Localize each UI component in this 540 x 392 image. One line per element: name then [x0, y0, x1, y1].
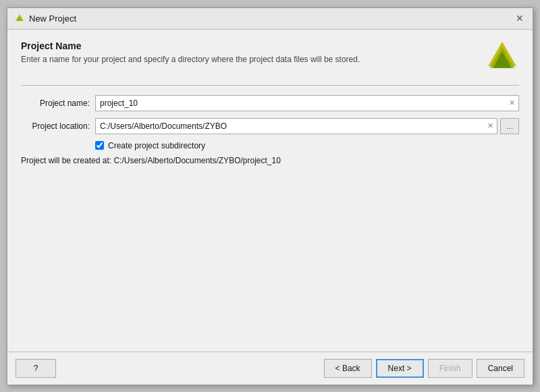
- footer-right: < Back Next > Finish Cancel: [324, 359, 524, 378]
- project-location-clear-button[interactable]: ✕: [483, 119, 497, 133]
- help-button[interactable]: ?: [16, 359, 56, 378]
- project-name-input-wrapper: ✕: [95, 95, 519, 111]
- project-location-input-wrapper: ✕: [95, 118, 497, 134]
- browse-button[interactable]: …: [500, 118, 519, 134]
- project-path-row: Project will be created at: C:/Users/Alb…: [21, 156, 519, 165]
- header-section: Project Name Enter a name for your proje…: [21, 40, 519, 74]
- project-location-label: Project location:: [21, 121, 95, 131]
- header-text: Project Name Enter a name for your proje…: [21, 40, 479, 65]
- project-location-row: Project location: ✕ …: [21, 118, 519, 134]
- header-divider: [21, 85, 519, 86]
- back-button[interactable]: < Back: [324, 359, 372, 378]
- title-bar: New Project ✕: [7, 8, 533, 30]
- title-bar-logo-icon: [14, 13, 25, 24]
- project-name-label: Project name:: [21, 99, 95, 108]
- finish-button[interactable]: Finish: [428, 359, 473, 378]
- content-area: [21, 172, 519, 343]
- project-name-row: Project name: ✕: [21, 95, 519, 111]
- title-bar-left: New Project: [14, 13, 76, 24]
- create-subdir-checkbox[interactable]: [95, 141, 104, 150]
- project-name-clear-button[interactable]: ✕: [505, 96, 518, 110]
- next-button[interactable]: Next >: [376, 359, 424, 378]
- create-subdir-row: Create project subdirectory: [95, 141, 519, 150]
- project-path-text: Project will be created at: C:/Users/Alb…: [21, 156, 281, 165]
- footer: ? < Back Next > Finish Cancel: [7, 352, 533, 385]
- dialog-title: New Project: [29, 13, 76, 24]
- footer-left: ?: [16, 359, 56, 378]
- new-project-dialog: New Project ✕ Project Name Enter a name …: [7, 7, 533, 385]
- create-subdir-label[interactable]: Create project subdirectory: [108, 141, 205, 150]
- project-name-input[interactable]: [96, 96, 505, 111]
- header-title: Project Name: [21, 40, 479, 51]
- close-button[interactable]: ✕: [514, 12, 526, 24]
- dialog-body: Project Name Enter a name for your proje…: [7, 30, 533, 352]
- header-subtitle: Enter a name for your project and specif…: [21, 54, 479, 65]
- vivado-logo-icon: [485, 40, 519, 74]
- project-location-input[interactable]: [96, 119, 483, 134]
- cancel-button[interactable]: Cancel: [477, 359, 524, 378]
